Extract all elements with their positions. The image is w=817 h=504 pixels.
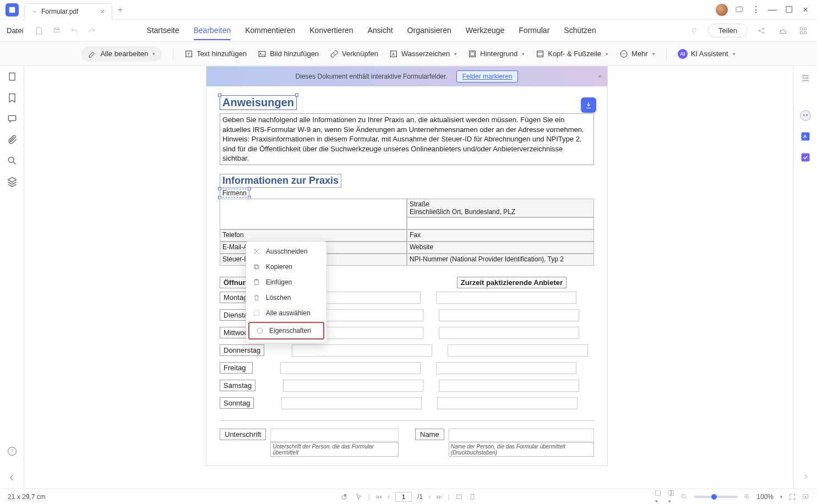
lightbulb-icon[interactable] <box>687 24 701 38</box>
menu-tab-schützen[interactable]: Schützen <box>564 21 596 40</box>
menu-tab-bearbeiten[interactable]: Bearbeiten <box>194 21 231 40</box>
fit-page-icon[interactable] <box>469 493 476 501</box>
svg-rect-51 <box>669 490 671 495</box>
grid-icon[interactable] <box>796 24 810 38</box>
help-icon[interactable]: ? <box>7 446 18 457</box>
ai-chat-icon[interactable] <box>799 109 812 122</box>
read-mode-icon[interactable]: ▾ <box>654 489 662 505</box>
background-tool[interactable]: Hintergrund▾ <box>468 50 525 58</box>
providers-input[interactable] <box>436 362 576 374</box>
menu-tab-konvertieren[interactable]: Konvertieren <box>309 21 353 40</box>
prev-page-icon[interactable]: ‹ <box>388 493 390 501</box>
banner-close-icon[interactable]: × <box>598 73 602 80</box>
menu-tab-formular[interactable]: Formular <box>519 21 549 40</box>
file-menu[interactable]: Datei <box>7 26 23 35</box>
instructions-paragraph[interactable]: Geben Sie nachfolgend alle Informationen… <box>220 113 594 165</box>
window-minimize-icon[interactable]: — <box>767 5 777 15</box>
ai-assistant-tool[interactable]: AI KI Assistent▾ <box>678 49 736 59</box>
new-tab-button[interactable]: + <box>118 5 123 15</box>
providers-input[interactable] <box>448 344 588 357</box>
signature-field[interactable] <box>270 429 399 442</box>
form-cell-company[interactable] <box>220 199 407 229</box>
context-select-all[interactable]: Alle auswählen <box>246 305 326 321</box>
first-page-icon[interactable]: ⏮ <box>375 493 382 501</box>
window-close-icon[interactable]: × <box>800 5 810 15</box>
menu-tab-startseite[interactable]: Startseite <box>146 21 179 40</box>
attachment-icon[interactable] <box>7 134 18 145</box>
heading-instructions[interactable]: Anweisungen <box>220 95 297 110</box>
zoom-out-icon[interactable] <box>680 493 688 501</box>
redo-icon[interactable] <box>85 24 99 38</box>
background-icon <box>468 50 477 58</box>
window-maximize-icon[interactable]: ☐ <box>784 5 794 15</box>
selected-form-field[interactable]: Firmenn <box>220 189 249 198</box>
menu-tab-organisieren[interactable]: Organisieren <box>407 21 451 40</box>
hand-tool-icon[interactable] <box>341 492 350 501</box>
fullscreen-icon[interactable] <box>788 493 796 501</box>
thumbnails-icon[interactable] <box>7 72 18 83</box>
share-button[interactable]: Teilen <box>708 24 748 37</box>
comments-icon[interactable] <box>7 113 18 124</box>
menu-tab-ansicht[interactable]: Ansicht <box>368 21 393 40</box>
page-number-input[interactable] <box>395 492 412 502</box>
document-tab[interactable]: Formular.pdf × <box>24 3 112 20</box>
name-field[interactable] <box>449 429 594 442</box>
document-canvas[interactable]: Dieses Dokument enthält interaktive Form… <box>24 66 793 489</box>
providers-input[interactable] <box>436 292 576 304</box>
header-footer-tool[interactable]: Kopf- & Fußzeile▾ <box>536 50 608 58</box>
check-badge-icon[interactable] <box>799 151 812 164</box>
collapse-right-icon[interactable] <box>799 470 812 483</box>
providers-input[interactable] <box>439 309 579 321</box>
search-icon[interactable] <box>7 155 18 166</box>
heading-practice-info[interactable]: Informationen zur Praxis <box>220 174 341 188</box>
hours-input[interactable] <box>280 362 421 374</box>
watermark-tool[interactable]: A Wasserzeichen▾ <box>389 50 457 58</box>
edit-all-tool[interactable]: Alle bearbeiten▾ <box>81 46 162 62</box>
bookmark-icon[interactable] <box>7 92 18 103</box>
select-tool-icon[interactable] <box>355 493 363 501</box>
cloud-icon[interactable] <box>775 24 789 38</box>
kebab-menu-icon[interactable]: ⋮ <box>751 5 761 15</box>
download-badge-icon[interactable] <box>581 97 596 113</box>
presentation-icon[interactable] <box>802 493 809 501</box>
print-icon[interactable] <box>50 24 64 38</box>
providers-input[interactable] <box>437 397 578 409</box>
user-avatar[interactable] <box>716 4 728 16</box>
context-cut[interactable]: Ausschneiden <box>246 244 326 259</box>
providers-input[interactable] <box>439 380 579 392</box>
menu-tab-werkzeuge[interactable]: Werkzeuge <box>466 21 505 40</box>
highlight-fields-button[interactable]: Felder markieren <box>456 70 519 83</box>
tab-close-icon[interactable]: × <box>100 7 105 16</box>
next-page-icon[interactable]: › <box>428 493 431 501</box>
menu-tab-kommentieren[interactable]: Kommentieren <box>245 21 295 40</box>
save-icon[interactable] <box>32 24 46 38</box>
comment-icon[interactable] <box>734 5 744 15</box>
last-page-icon[interactable]: ⏭ <box>436 493 443 501</box>
hours-input[interactable] <box>283 380 423 392</box>
add-image-tool[interactable]: Bild hinzufügen <box>258 50 319 58</box>
collapse-left-icon[interactable] <box>7 472 18 483</box>
zoom-level-label[interactable]: 100% <box>756 493 774 501</box>
zoom-slider[interactable] <box>694 496 738 498</box>
add-text-tool[interactable]: T Text hinzufügen <box>184 50 247 58</box>
svg-rect-35 <box>254 265 258 268</box>
settings-sliders-icon[interactable] <box>799 72 812 85</box>
hours-input[interactable] <box>281 397 422 409</box>
fit-width-icon[interactable] <box>455 493 463 501</box>
hours-input[interactable] <box>292 344 432 357</box>
link-tool[interactable]: Verknüpfen <box>330 50 378 58</box>
translate-icon[interactable]: A <box>799 130 812 143</box>
context-delete[interactable]: Löschen <box>246 290 326 305</box>
context-paste[interactable]: Einfügen <box>246 275 326 290</box>
share-link-icon[interactable] <box>754 24 769 38</box>
zoom-in-icon[interactable] <box>743 493 751 501</box>
providers-input[interactable] <box>439 327 579 339</box>
layers-icon[interactable] <box>7 176 18 187</box>
ai-badge-icon: AI <box>678 49 688 59</box>
context-properties[interactable]: Eigenschaften <box>248 322 324 339</box>
view-mode-icon[interactable]: ▾ <box>667 489 675 505</box>
context-copy[interactable]: Kopieren <box>246 259 326 275</box>
more-tool[interactable]: Mehr▾ <box>619 50 655 58</box>
form-cell-street[interactable] <box>407 217 594 229</box>
undo-icon[interactable] <box>67 24 81 38</box>
